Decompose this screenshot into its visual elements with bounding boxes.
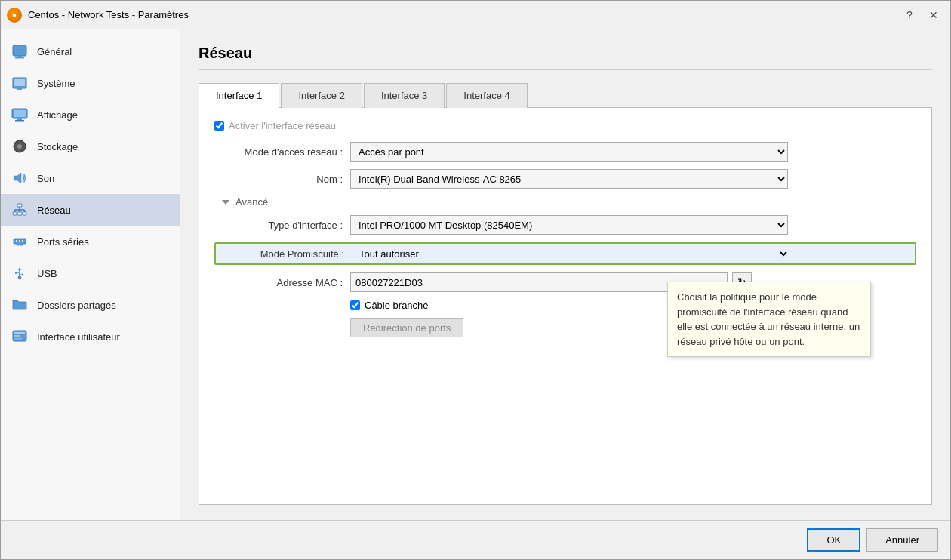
form-area: Activer l'interface réseau Mode d'accès … [199,108,932,505]
titlebar: ● Centos - Network Tests - Paramètres ? … [1,1,950,29]
network-icon [11,202,28,218]
svg-rect-8 [17,118,22,120]
svg-rect-14 [13,212,17,215]
nom-row: Nom : Intel(R) Dual Band Wireless-AC 826… [214,169,916,189]
display-icon [11,106,28,123]
svg-rect-32 [14,332,25,334]
mode-promiscuite-control: Tout autoriser Refuser Autoriser les VM [352,244,789,263]
mode-acces-control: Accès par pont NAT Réseau interne Réseau… [350,142,788,162]
type-interface-select[interactable]: Intel PRO/1000 MT Desktop (82540EM) [350,215,788,235]
ports-icon [11,233,28,250]
activate-label: Activer l'interface réseau [229,120,336,131]
nom-select[interactable]: Intel(R) Dual Band Wireless-AC 8265 [350,169,788,189]
mode-acces-select[interactable]: Accès par pont NAT Réseau interne Réseau… [350,142,788,162]
mode-acces-row: Mode d'accès réseau : Accès par pont NAT… [214,142,916,162]
tab-interface3[interactable]: Interface 3 [364,83,445,108]
sidebar-label-son: Son [37,173,54,184]
sidebar-item-affichage[interactable]: Affichage [1,99,180,131]
mode-promiscuite-row: Mode Promiscuité : Tout autoriser Refuse… [214,242,916,265]
sidebar-item-son[interactable]: Son [1,162,180,194]
sidebar-label-affichage: Affichage [37,109,78,121]
sidebar-item-systeme[interactable]: Système [1,67,180,99]
type-interface-control: Intel PRO/1000 MT Desktop (82540EM) [350,215,788,235]
mode-acces-label: Mode d'accès réseau : [214,146,350,158]
nom-control: Intel(R) Dual Band Wireless-AC 8265 [350,169,788,189]
app-icon: ● [7,8,22,23]
storage-icon [11,138,28,155]
svg-rect-0 [13,45,26,56]
svg-rect-33 [14,335,20,337]
bottom-bar: OK Annuler [1,520,950,559]
main-panel: Réseau Interface 1 Interface 2 Interface… [180,29,950,520]
sidebar-label-interface: Interface utilisateur [37,331,120,343]
tab-bar: Interface 1 Interface 2 Interface 3 Inte… [199,82,932,108]
svg-point-24 [22,240,23,242]
nom-label: Nom : [214,174,350,185]
advanced-label: Avancé [235,196,268,208]
activate-checkbox[interactable] [214,121,224,131]
panel-title: Réseau [199,45,932,70]
sidebar-label-systeme: Système [37,78,75,89]
sidebar-item-reseau[interactable]: Réseau [1,194,180,226]
tab-interface2[interactable]: Interface 2 [281,83,362,108]
sidebar: Général Système [1,29,180,520]
svg-rect-13 [17,204,22,207]
sidebar-item-stockage[interactable]: Stockage [1,131,180,162]
mac-label: Adresse MAC : [214,277,350,288]
sidebar-label-ports: Ports séries [37,236,89,248]
tab-interface4[interactable]: Interface 4 [446,83,527,108]
mode-promiscuite-label: Mode Promiscuité : [216,248,352,260]
svg-rect-15 [17,212,22,215]
usb-icon [11,265,28,282]
sidebar-item-interface[interactable]: Interface utilisateur [1,321,180,352]
svg-rect-4 [14,79,25,86]
annuler-button[interactable]: Annuler [866,528,938,552]
sidebar-label-usb: USB [37,268,57,279]
activate-row: Activer l'interface réseau [214,120,916,131]
svg-point-30 [18,276,21,279]
sidebar-label-stockage: Stockage [37,141,78,152]
redirect-button[interactable]: Redirection de ports [350,318,463,337]
content-area: Général Système [1,29,950,520]
cable-label: Câble branché [365,300,429,311]
system-icon [11,75,28,91]
close-button[interactable]: ✕ [923,5,944,26]
type-interface-label: Type d'interface : [214,220,350,231]
mode-promiscuite-select[interactable]: Tout autoriser Refuser Autoriser les VM [352,244,789,263]
advanced-row: Avancé [222,196,916,208]
main-window: ● Centos - Network Tests - Paramètres ? … [0,0,951,560]
svg-rect-2 [15,57,24,59]
svg-rect-34 [14,338,22,340]
svg-point-12 [19,146,20,147]
svg-rect-5 [17,88,22,90]
svg-point-29 [22,274,24,276]
sidebar-item-usb[interactable]: USB [1,257,180,289]
tooltip: Choisit la politique pour le mode promis… [667,282,871,357]
sidebar-label-general: Général [37,46,72,57]
sidebar-label-reseau: Réseau [37,205,71,216]
svg-rect-1 [17,56,22,57]
triangle-down-icon [222,200,229,205]
sidebar-item-general[interactable]: Général [1,35,180,67]
window-title: Centos - Network Tests - Paramètres [28,9,899,20]
tooltip-text: Choisit la politique pour le mode promis… [677,291,860,347]
window-controls: ? ✕ [899,5,944,26]
svg-rect-16 [23,212,26,215]
sidebar-item-ports[interactable]: Ports séries [1,226,180,257]
sidebar-label-dossiers: Dossiers partagés [37,300,116,311]
general-icon [11,43,28,60]
svg-rect-27 [15,272,17,274]
tab-interface1[interactable]: Interface 1 [199,83,279,108]
ui-icon [11,328,28,345]
advanced-toggle[interactable]: Avancé [222,196,268,208]
sound-icon [11,170,28,186]
help-button[interactable]: ? [899,5,920,26]
cable-checkbox[interactable] [350,300,360,310]
ok-button[interactable]: OK [807,528,860,552]
svg-rect-7 [14,110,26,117]
folder-icon [11,297,28,313]
svg-rect-9 [15,120,24,122]
svg-point-23 [19,240,20,242]
sidebar-item-dossiers[interactable]: Dossiers partagés [1,289,180,321]
svg-point-22 [16,240,17,242]
